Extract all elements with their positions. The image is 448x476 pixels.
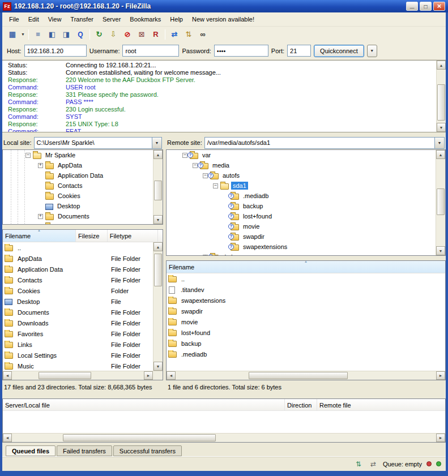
scroll-up-icon[interactable]: ▲ <box>437 61 446 70</box>
local-tree-scrollbar[interactable]: ▲ ▼ <box>153 150 163 224</box>
local-tree-item-downloads[interactable]: Downloads <box>3 221 163 225</box>
column-header-filesize[interactable]: Filesize <box>76 230 108 242</box>
scroll-up-icon[interactable]: ▲ <box>153 150 163 159</box>
toggle-queue-icon[interactable]: Q <box>74 28 87 41</box>
toggle-local-tree-icon[interactable]: ◧ <box>45 28 59 41</box>
remote-tree-item-sda1[interactable]: sda1 <box>167 181 445 191</box>
expand-icon[interactable] <box>203 255 208 256</box>
remote-tree-item-mediadb[interactable]: .mediadb <box>167 191 445 201</box>
remote-tree-item-movie[interactable]: movie <box>167 221 445 231</box>
site-manager-dropdown-icon[interactable]: ▼ <box>20 28 26 41</box>
site-manager-icon[interactable]: ▦ <box>6 28 19 41</box>
menu-help[interactable]: Help <box>165 14 187 25</box>
tab-queued-files[interactable]: Queued files <box>6 445 56 456</box>
tab-successful-transfers[interactable]: Successful transfers <box>113 445 182 456</box>
chevron-down-icon[interactable]: ▼ <box>434 138 444 148</box>
scroll-down-icon[interactable]: ▼ <box>153 215 163 224</box>
remote-tree-item-backup[interactable]: backup <box>167 201 445 211</box>
collapse-icon[interactable] <box>203 173 208 178</box>
remote-site-combobox[interactable]: /var/media/autofs/sda1 ▼ <box>204 137 445 149</box>
local-tree-item-desktop[interactable]: Desktop <box>3 201 163 211</box>
scroll-left-icon[interactable]: ◄ <box>3 371 12 380</box>
scrollbar-thumb[interactable] <box>437 188 445 215</box>
password-input[interactable] <box>214 45 268 57</box>
column-header-filetype[interactable]: Filetype <box>108 230 158 242</box>
file-row[interactable]: CookiesFolder <box>3 285 163 296</box>
column-header-server-local-file[interactable]: Server/Local file <box>3 399 285 410</box>
scrollbar-thumb[interactable] <box>249 372 348 379</box>
collapse-icon[interactable] <box>193 163 198 168</box>
remote-tree-scrollbar[interactable]: ▲ ▼ <box>436 150 445 255</box>
minimize-button[interactable] <box>406 2 418 11</box>
title-bar[interactable]: Fz 192.168.1.20 - root@192.168.1.20 - Fi… <box>0 0 448 12</box>
remote-tree-item-swapextensions[interactable]: swapextensions <box>167 242 445 252</box>
remote-tree-item-media[interactable]: media <box>167 160 445 170</box>
cancel-icon[interactable]: ⊘ <box>121 28 134 41</box>
remote-list-horizontal-scrollbar[interactable]: ◄ ► <box>167 371 445 380</box>
quickconnect-button[interactable]: Quickconnect <box>314 45 364 57</box>
file-row[interactable]: .. <box>3 242 163 253</box>
toggle-log-icon[interactable]: ≡ <box>31 28 45 41</box>
file-row[interactable]: lost+found <box>167 327 445 338</box>
collapse-icon[interactable] <box>25 153 31 158</box>
file-row[interactable]: backup <box>167 338 445 349</box>
remote-tree-item-autofs[interactable]: autofs <box>167 170 445 181</box>
scroll-up-icon[interactable]: ▲ <box>436 150 445 159</box>
file-row[interactable]: Application DataFile Folder <box>3 264 163 275</box>
local-tree-item-appdata[interactable]: AppData <box>3 160 163 170</box>
file-row[interactable]: .. <box>167 273 445 284</box>
scroll-right-icon[interactable]: ► <box>144 371 153 380</box>
column-header-direction[interactable]: Direction <box>285 399 317 410</box>
file-row[interactable]: DesktopFile <box>3 296 163 307</box>
find-files-icon[interactable]: ∞ <box>196 28 210 41</box>
local-tree-item-contacts[interactable]: Contacts <box>3 181 163 191</box>
remote-tree-item-swapdir[interactable]: swapdir <box>167 231 445 242</box>
scroll-down-icon[interactable]: ▼ <box>437 123 446 132</box>
queue-horizontal-scrollbar[interactable]: ◄ ► <box>3 433 445 442</box>
port-input[interactable] <box>287 45 311 57</box>
scroll-right-icon[interactable]: ► <box>436 371 445 380</box>
refresh-icon[interactable]: ↻ <box>92 28 106 41</box>
quickconnect-dropdown-icon[interactable]: ▼ <box>367 45 377 57</box>
menu-bookmarks[interactable]: Bookmarks <box>125 14 165 25</box>
menu-file[interactable]: File <box>5 14 24 25</box>
column-header-filename[interactable]: Filename <box>3 230 76 242</box>
horizontal-splitter[interactable] <box>166 256 446 260</box>
disconnect-icon[interactable]: ⊠ <box>135 28 148 41</box>
scroll-right-icon[interactable]: ► <box>436 434 445 442</box>
menu-new-version[interactable]: New version available! <box>187 14 259 25</box>
tab-failed-transfers[interactable]: Failed transfers <box>57 445 112 456</box>
file-row[interactable]: LinksFile Folder <box>3 339 163 350</box>
local-tree-item-cookies[interactable]: Cookies <box>3 191 163 201</box>
scroll-left-icon[interactable]: ◄ <box>3 434 12 442</box>
close-button[interactable] <box>433 2 445 11</box>
file-row[interactable]: ContactsFile Folder <box>3 275 163 285</box>
scroll-up-icon[interactable]: ▲ <box>153 242 163 251</box>
username-input[interactable] <box>122 45 179 57</box>
file-row[interactable]: swapdir <box>167 306 445 316</box>
file-row[interactable]: DocumentsFile Folder <box>3 307 163 318</box>
menu-transfer[interactable]: Transfer <box>66 14 98 25</box>
scrollbar-thumb[interactable] <box>437 84 445 121</box>
chevron-down-icon[interactable]: ▼ <box>152 138 161 148</box>
maximize-button[interactable] <box>420 2 432 11</box>
process-queue-icon[interactable]: ⇩ <box>106 28 120 41</box>
menu-server[interactable]: Server <box>98 14 125 25</box>
local-list-horizontal-scrollbar[interactable]: ◄ ► <box>3 371 163 380</box>
scrollbar-thumb[interactable] <box>63 434 216 441</box>
scrollbar-thumb[interactable] <box>154 181 162 201</box>
toggle-remote-tree-icon[interactable]: ◨ <box>59 28 73 41</box>
local-site-combobox[interactable]: C:\Users\Mr Sparkle\ ▼ <box>34 137 162 149</box>
file-row[interactable]: MusicFile Folder <box>3 361 163 371</box>
file-row[interactable]: movie <box>167 316 445 327</box>
column-header-filename[interactable]: Filename <box>167 261 445 273</box>
file-row[interactable]: Local SettingsFile Folder <box>3 350 163 361</box>
scrollbar-thumb[interactable] <box>39 372 91 379</box>
expand-icon[interactable] <box>38 163 43 168</box>
file-row[interactable]: .titandev <box>167 284 445 295</box>
file-row[interactable]: .mediadb <box>167 349 445 359</box>
scroll-down-icon[interactable]: ▼ <box>436 246 445 255</box>
directory-comparison-icon[interactable]: ⇄ <box>168 28 181 41</box>
file-row[interactable]: AppDataFile Folder <box>3 253 163 264</box>
synchronized-browsing-icon[interactable]: ⇅ <box>182 28 195 41</box>
